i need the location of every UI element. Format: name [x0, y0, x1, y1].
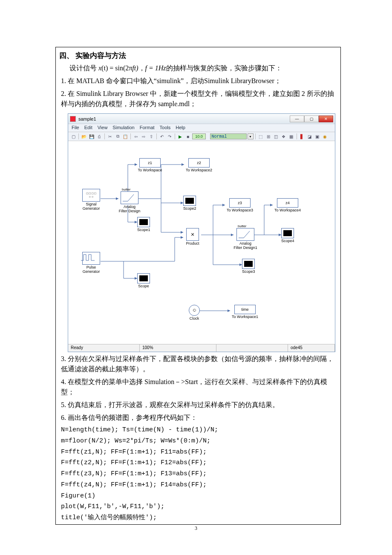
window-title: sample1 [78, 116, 96, 121]
step-6: 6. 画出各信号的频谱图，参考程序代码如下： [56, 413, 340, 425]
menu-help[interactable]: Help [176, 125, 185, 131]
tb-icon-9[interactable]: ◉ [322, 133, 329, 140]
tb-icon-2[interactable]: ⊞ [265, 133, 272, 140]
step-4: 4. 在模型文件的菜单中选择 Simulation－>Start，运行在欠采样、… [56, 377, 340, 400]
code-line: N=length(time); Ts=(time(N) - time(1))/N… [56, 425, 340, 436]
new-icon[interactable]: ▢ [70, 133, 77, 140]
tb-icon-1[interactable]: ⬚ [257, 133, 264, 140]
paste-icon[interactable]: 📋 [122, 133, 129, 140]
block-butter2[interactable]: butter Analog Filter Design1 [233, 228, 257, 250]
status-ready: Ready [68, 344, 140, 352]
block-scope2[interactable]: Scope2 [183, 196, 196, 211]
tb-icon-6[interactable]: ▋ [299, 133, 306, 140]
code-line: plot(W,F11,'b',-W,F11,'b'); [56, 502, 340, 513]
code-line: title('输入信号的幅频特性'); [56, 513, 340, 524]
block-pulse[interactable]: Pulse Generator [80, 252, 102, 274]
block-z2[interactable]: z2 To Workspace2 [184, 158, 214, 173]
play-icon[interactable]: ▶ [177, 133, 184, 140]
block-butter1[interactable]: butter Analog Filter Design [118, 191, 141, 214]
code-line: F=fft(z4,N); FF=F(1:m+1); F14=abs(FF); [56, 480, 340, 491]
block-scope4[interactable]: Scope4 [281, 228, 294, 243]
simulink-window: sample1 — ▢ ✕ File Edit View Simulation … [68, 113, 335, 352]
menu-tools[interactable]: Tools [160, 125, 171, 131]
undo-icon[interactable]: ↶ [159, 133, 165, 140]
stop-icon[interactable]: ■ [184, 133, 191, 140]
block-product[interactable]: × Product [183, 228, 202, 246]
tb-icon-4[interactable]: ❖ [280, 133, 287, 140]
section-heading: 四、 实验内容与方法 [56, 47, 340, 63]
step-5: 5. 仿真结束后，打开示波器，观察在欠采样与过采样条件下的仿真结果。 [56, 400, 340, 413]
code-line: F=fft(z2,N); FF=F(1:m+1); F12=abs(FF); [56, 458, 340, 469]
status-solver: ode45 [288, 344, 335, 352]
open-icon[interactable]: 📂 [81, 133, 87, 140]
tb-icon-8[interactable]: ▣ [314, 133, 321, 140]
model-canvas[interactable]: □ □ □ □○ ○ Signal Generator butter Analo… [68, 141, 335, 344]
menubar: File Edit View Simulation Format Tools H… [68, 124, 335, 132]
tb-icon-3[interactable]: ◫ [273, 133, 280, 140]
print-icon[interactable]: ⎙ [96, 133, 103, 140]
toolbar: ▢ 📂 💾 ⎙ ✂ ⧉ 📋 ⇦ ⇨ ⇧ ↶ ↷ ▶ ■ 10.0 Normal … [68, 132, 335, 141]
back-icon[interactable]: ⇦ [133, 133, 139, 140]
mode-dropdown-icon[interactable]: ▼ [248, 133, 254, 139]
block-clock[interactable]: ⏲ Clock [186, 305, 203, 321]
intro-line: 设计信号 x(t) = sin(2πft)，f = 1Hz的抽样与恢复的实验，实… [56, 63, 340, 76]
status-empty [216, 344, 288, 352]
step-3: 3. 分别在欠采样与过采样条件下，配置各模块的参数（如信号源的频率，抽样脉冲的间… [56, 354, 340, 377]
block-z4[interactable]: z4 To Workspace4 [273, 198, 303, 213]
menu-file[interactable]: File [72, 125, 79, 131]
block-time[interactable]: time To Workspace1 [230, 305, 260, 319]
code-line: F=fft(z3,N); FF=F(1:m+1); F13=abs(FF); [56, 469, 340, 480]
tb-icon-7[interactable]: ◪ [306, 133, 313, 140]
block-scope3[interactable]: Scope3 [242, 259, 255, 274]
sim-time-field[interactable]: 10.0 [192, 133, 206, 139]
statusbar: Ready 100% ode45 [68, 344, 335, 352]
block-z1[interactable]: z1 To Workspace [137, 158, 163, 173]
sim-mode-select[interactable]: Normal [210, 133, 247, 139]
code-line: Figure(1) [56, 491, 340, 503]
code-line: m=floor(N/2); Ws=2*pi/Ts; W=Ws*(0:m)/N; [56, 436, 340, 448]
menu-simulation[interactable]: Simulation [112, 125, 134, 131]
forward-icon[interactable]: ⇨ [140, 133, 147, 140]
block-scope1[interactable]: Scope1 [137, 217, 150, 232]
intro-prefix: 设计信号 [69, 64, 98, 72]
app-icon [70, 116, 76, 122]
page-number: 3 [0, 525, 392, 532]
code-line: F=fft(z1,N); FF=F(1:m+1); F11=abs(FF); [56, 448, 340, 459]
copy-icon[interactable]: ⧉ [114, 133, 121, 140]
step-2: 2. 在 Simulink Library Browser 中，新建一个模型文件… [56, 89, 340, 112]
menu-edit[interactable]: Edit [84, 125, 92, 131]
menu-format[interactable]: Format [140, 125, 155, 131]
save-icon[interactable]: 💾 [88, 133, 95, 140]
block-scope[interactable]: Scope [137, 273, 150, 289]
cut-icon[interactable]: ✂ [107, 133, 113, 140]
block-signal-generator[interactable]: □ □ □ □○ ○ Signal Generator [80, 189, 102, 211]
up-icon[interactable]: ⇧ [148, 133, 155, 140]
tb-icon-5[interactable]: ▦ [288, 133, 295, 140]
titlebar[interactable]: sample1 — ▢ ✕ [68, 114, 335, 124]
close-button[interactable]: ✕ [319, 116, 333, 122]
menu-view[interactable]: View [98, 125, 108, 131]
status-zoom: 100% [140, 344, 216, 352]
block-z3[interactable]: z3 To Workspace3 [225, 198, 255, 213]
redo-icon[interactable]: ↷ [166, 133, 173, 140]
minimize-button[interactable]: — [290, 116, 304, 122]
step-1: 1. 在 MATLAB 命令窗口中输入“simulink”，启动Simulink… [56, 76, 340, 89]
maximize-button[interactable]: ▢ [304, 116, 319, 122]
